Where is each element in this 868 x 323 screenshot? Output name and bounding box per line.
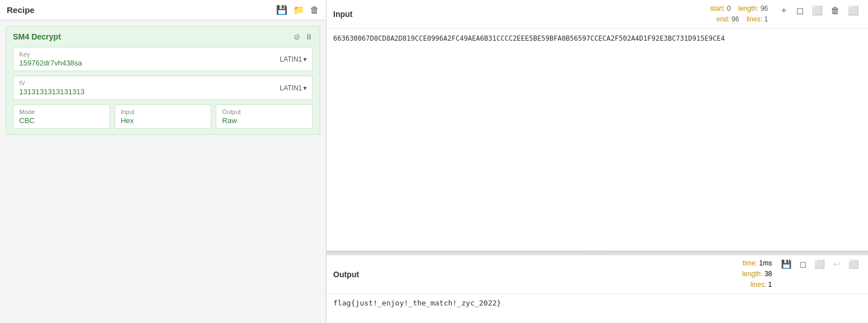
mode-value[interactable]: CBC [19, 116, 104, 125]
output-content: flag{just!_enjoy!_the_match!_zyc_2022} [326, 294, 868, 323]
save-output-button[interactable]: 💾 [779, 258, 794, 270]
input-content[interactable]: 663630067D8CD8A2D819CCE0996A2FC49AEA6B31… [326, 29, 868, 251]
input-text: 663630067D8CD8A2D819CCE0996A2FC49AEA6B31… [333, 34, 725, 42]
recipe-header: Recipe 💾 📁 🗑 [0, 0, 326, 20]
iv-encoding-dropdown[interactable]: LATIN1 ▾ [280, 84, 307, 92]
end-val: 96 [731, 15, 739, 23]
pause-operation-button[interactable]: ⏸ [305, 32, 313, 41]
disable-operation-button[interactable]: ⊘ [294, 32, 300, 41]
lines-label-input: lines: [747, 15, 762, 23]
output-header: Output time: 1ms length: 38 lines: 1 💾 ◻… [326, 255, 868, 294]
recipe-toolbar: 💾 📁 🗑 [276, 5, 319, 15]
key-encoding-chevron-icon: ▾ [303, 55, 307, 63]
key-label: Key [19, 51, 82, 58]
iv-value[interactable]: 1313131313131313 [19, 88, 85, 96]
open-recipe-button[interactable]: 📁 [293, 5, 304, 15]
open-file-button[interactable]: ◻ [794, 4, 806, 17]
key-value[interactable]: 159762dr7vh438sa [19, 59, 82, 67]
output-length-val: 38 [765, 270, 772, 278]
sm4-decrypt-card: SM4 Decrypt ⊘ ⏸ Key 159762dr7vh438sa LAT… [6, 26, 320, 135]
input-label: Input [121, 108, 206, 115]
output-actions: 💾 ◻ ⬜ ↩ ⬜ [779, 258, 861, 270]
key-field-group: Key 159762dr7vh438sa LATIN1 ▾ [13, 47, 313, 71]
output-field: Output Raw [216, 104, 313, 129]
input-value[interactable]: Hex [121, 116, 206, 125]
length-val-top: 96 [761, 5, 768, 12]
output-lines-val: 1 [768, 281, 772, 289]
iv-field-group: IV 1313131313131313 LATIN1 ▾ [13, 76, 313, 100]
output-value[interactable]: Raw [222, 116, 307, 125]
export-output-button[interactable]: ⬜ [812, 258, 827, 270]
undo-output-button[interactable]: ↩ [831, 258, 843, 270]
save-recipe-button[interactable]: 💾 [276, 5, 287, 15]
output-length-label: length: [742, 270, 762, 278]
lines-val-input: 1 [764, 15, 768, 23]
fullscreen-output-button[interactable]: ⬜ [846, 258, 861, 270]
mode-field: Mode CBC [13, 104, 110, 129]
time-label: time: [743, 259, 757, 267]
output-section: Output time: 1ms length: 38 lines: 1 💾 ◻… [326, 255, 868, 323]
length-label-top: length: [738, 5, 758, 12]
input-actions: ＋ ◻ ⬜ 🗑 ⬜ [777, 3, 861, 18]
start-label: start: [710, 5, 725, 12]
clear-input-button[interactable]: 🗑 [828, 5, 842, 17]
input-header: Input start: 0 length: 96 end: 96 lines:… [326, 0, 868, 29]
left-panel: Recipe 💾 📁 🗑 SM4 Decrypt ⊘ ⏸ Key 159762d… [0, 0, 326, 323]
output-stats: time: 1ms length: 38 lines: 1 [742, 258, 772, 291]
output-title: Output [333, 270, 359, 279]
key-encoding-dropdown[interactable]: LATIN1 ▾ [280, 55, 307, 63]
input-meta: start: 0 length: 96 end: 96 lines: 1 ＋ ◻… [710, 3, 861, 25]
operation-name: SM4 Decrypt [13, 32, 61, 41]
end-label: end: [717, 15, 730, 23]
recipe-title: Recipe [7, 5, 34, 15]
mode-label: Mode [19, 108, 104, 115]
input-section: Input start: 0 length: 96 end: 96 lines:… [326, 0, 868, 252]
output-text: flag{just!_enjoy!_the_match!_zyc_2022} [333, 299, 501, 307]
input-field: Input Hex [115, 104, 212, 129]
input-title: Input [333, 10, 352, 19]
iv-label: IV [19, 80, 85, 86]
right-panel: Input start: 0 length: 96 end: 96 lines:… [326, 0, 868, 323]
input-stats: start: 0 length: 96 end: 96 lines: 1 [710, 3, 768, 25]
operation-title-row: SM4 Decrypt ⊘ ⏸ [13, 32, 313, 41]
fullscreen-input-button[interactable]: ⬜ [845, 4, 861, 17]
output-label: Output [222, 108, 307, 115]
recipe-body: SM4 Decrypt ⊘ ⏸ Key 159762dr7vh438sa LAT… [0, 20, 326, 323]
operation-controls: ⊘ ⏸ [294, 32, 313, 41]
paste-button[interactable]: ⬜ [809, 4, 825, 17]
key-field-left: Key 159762dr7vh438sa [19, 51, 82, 67]
delete-recipe-button[interactable]: 🗑 [310, 5, 319, 15]
time-val: 1ms [759, 259, 772, 267]
output-meta: time: 1ms length: 38 lines: 1 💾 ◻ ⬜ ↩ ⬜ [742, 258, 861, 291]
iv-field-left: IV 1313131313131313 [19, 80, 85, 96]
add-input-button[interactable]: ＋ [777, 3, 791, 18]
iv-encoding-chevron-icon: ▾ [303, 84, 307, 92]
bottom-fields: Mode CBC Input Hex Output Raw [13, 104, 313, 129]
output-lines-label: lines: [751, 281, 766, 289]
copy-output-button[interactable]: ◻ [797, 258, 809, 270]
start-val: 0 [727, 5, 731, 12]
